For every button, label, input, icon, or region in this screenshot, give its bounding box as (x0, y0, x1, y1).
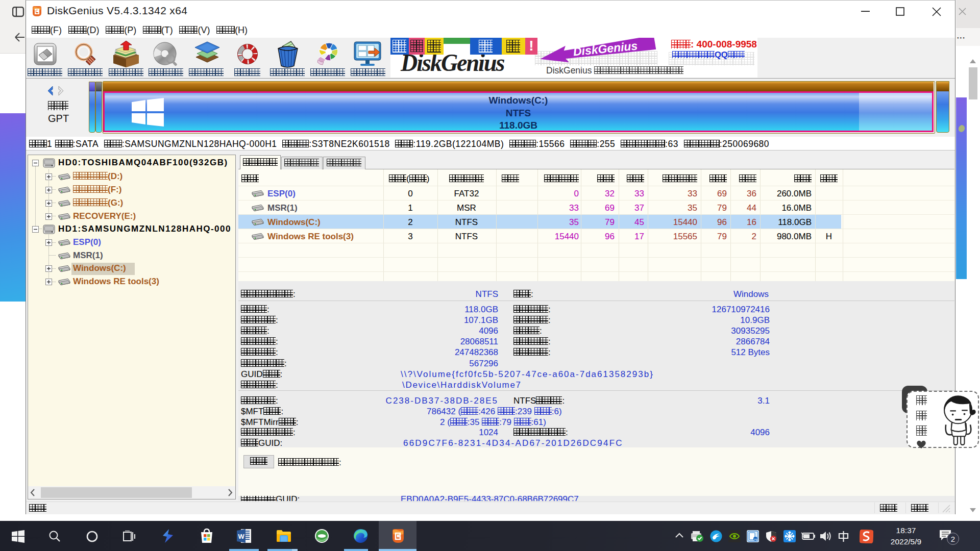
svg-text:DiskGenius: DiskGenius (573, 39, 638, 58)
svg-text:int: int (754, 538, 758, 541)
svg-text:W: W (238, 533, 245, 540)
